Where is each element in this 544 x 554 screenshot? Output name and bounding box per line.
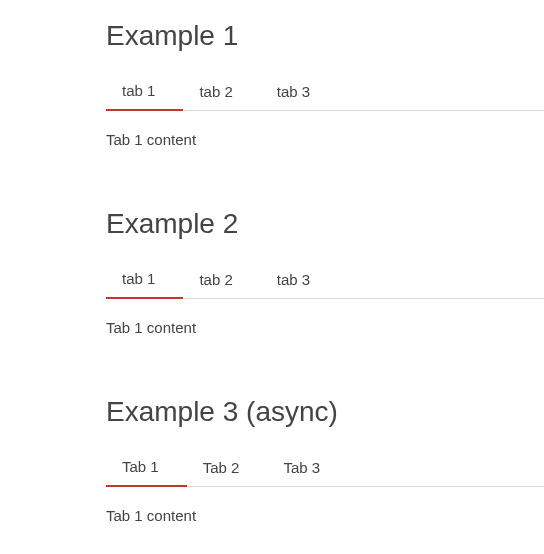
tab-3[interactable]: tab 3 <box>261 260 338 299</box>
example-heading: Example 2 <box>106 208 544 240</box>
tab-2[interactable]: tab 2 <box>183 260 260 299</box>
tab-2[interactable]: tab 2 <box>183 72 260 111</box>
tab-3[interactable]: tab 3 <box>261 72 338 111</box>
example-heading: Example 1 <box>106 20 544 52</box>
tab-content: Tab 1 content <box>106 111 544 168</box>
example-2: Example 2 tab 1 tab 2 tab 3 Tab 1 conten… <box>106 208 544 356</box>
tabs-list: Tab 1 Tab 2 Tab 3 <box>106 448 544 487</box>
example-heading: Example 3 (async) <box>106 396 544 428</box>
tab-1[interactable]: Tab 1 <box>106 448 187 487</box>
tab-content: Tab 1 content <box>106 487 544 544</box>
tab-1[interactable]: tab 1 <box>106 260 183 299</box>
tabs-list: tab 1 tab 2 tab 3 <box>106 260 544 299</box>
tab-2[interactable]: Tab 2 <box>187 448 268 487</box>
tab-content: Tab 1 content <box>106 299 544 356</box>
example-3: Example 3 (async) Tab 1 Tab 2 Tab 3 Tab … <box>106 396 544 544</box>
tab-3[interactable]: Tab 3 <box>267 448 348 487</box>
tab-1[interactable]: tab 1 <box>106 72 183 111</box>
example-1: Example 1 tab 1 tab 2 tab 3 Tab 1 conten… <box>106 20 544 168</box>
tabs-list: tab 1 tab 2 tab 3 <box>106 72 544 111</box>
